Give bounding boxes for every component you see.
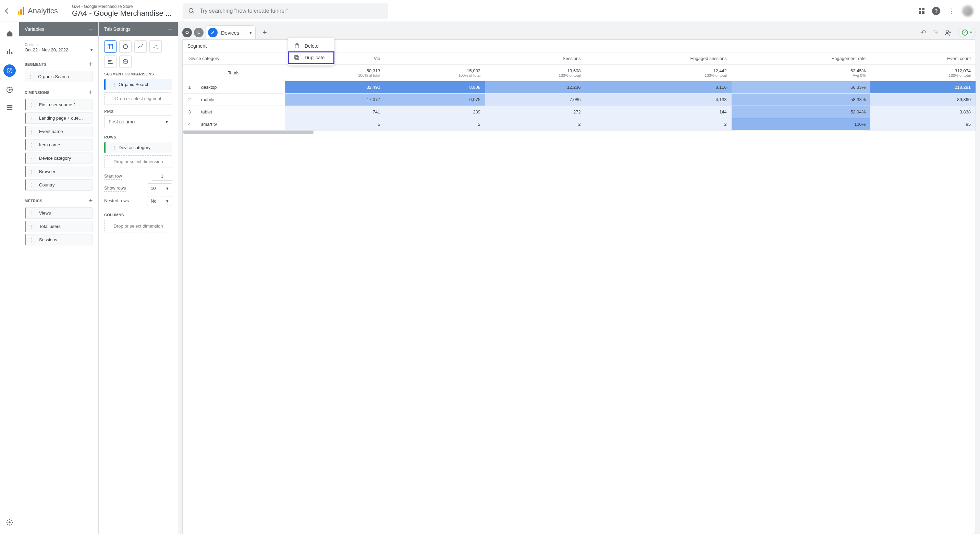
- apps-icon[interactable]: [919, 8, 924, 14]
- analytics-logo-icon: [18, 7, 24, 15]
- property-path: GA4 - Google Merchandise Store: [72, 4, 172, 9]
- search-input[interactable]: [200, 8, 383, 14]
- svg-line-1: [192, 12, 194, 13]
- app-logo: Analytics: [18, 6, 58, 16]
- more-menu-icon[interactable]: ⋮: [948, 7, 955, 15]
- app-name: Analytics: [28, 6, 58, 16]
- back-button[interactable]: [3, 7, 11, 15]
- property-selector[interactable]: GA4 - Google Merchandise Store GA4 - Goo…: [67, 4, 172, 18]
- svg-point-0: [189, 8, 193, 12]
- help-icon[interactable]: ?: [932, 7, 940, 15]
- search-icon: [188, 8, 195, 14]
- search-bar[interactable]: [183, 3, 388, 19]
- top-right-actions: ? ⋮: [919, 5, 977, 16]
- user-avatar[interactable]: [962, 5, 973, 16]
- property-name: GA4 - Google Merchandise ...: [72, 9, 172, 18]
- top-bar: Analytics GA4 - Google Merchandise Store…: [0, 0, 980, 22]
